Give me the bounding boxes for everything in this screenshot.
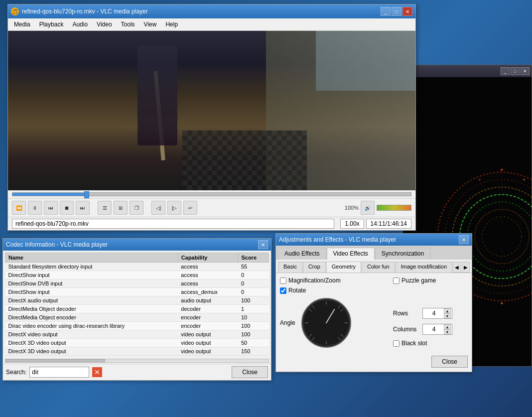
angle-dial[interactable] [301,298,351,348]
svg-line-33 [309,334,312,337]
mute-button[interactable]: 🔊 [361,201,375,215]
subtab-prev-arrow[interactable]: ◀ [453,262,461,273]
volume-bar[interactable] [377,205,411,211]
close-codec-button[interactable]: Close [232,366,268,378]
cell-capability: audio output [178,296,238,305]
bg-maximize-btn[interactable]: □ [511,67,520,75]
pause-button[interactable]: ⏸ [28,201,42,215]
close-effects-button[interactable]: Close [431,356,468,368]
subtab-color-fun[interactable]: Color fun [362,262,395,273]
columns-down-arrow[interactable]: ▼ [444,329,451,334]
rotate-label: Rotate [288,287,306,294]
svg-line-32 [309,309,312,311]
frame-prev-button[interactable]: ◁| [151,201,165,215]
menu-help[interactable]: Help [161,19,182,29]
rows-up-arrow[interactable]: ▲ [444,308,451,313]
subtab-basic[interactable]: Basic [278,262,302,273]
columns-value: 4 [424,326,444,333]
effects-subtabs: Basic Crop Geometry Color fun Image modi… [276,260,472,273]
cell-name: DirectX 3D video output [5,339,178,347]
menu-tools[interactable]: Tools [117,19,139,29]
puzzle-game-row: Puzzle game [393,277,468,284]
black-slot-row: Black slot [393,340,468,347]
svg-line-31 [312,305,314,308]
subtab-crop[interactable]: Crop [303,262,326,273]
svg-line-35 [326,309,334,323]
frame-next-button[interactable]: |▷ [167,201,181,215]
effects-close-btn[interactable]: ✕ [459,235,469,244]
columns-spinbox[interactable]: 4 ▲ ▼ [422,324,452,335]
rotate-checkbox[interactable] [280,287,286,294]
maximize-button[interactable]: □ [392,7,401,16]
effects-content-area: Magnification/Zoom Rotate Angle [276,273,472,354]
video-content [8,31,415,190]
minimize-button[interactable]: _ [381,7,391,16]
magnification-label: Magnification/Zoom [288,277,341,284]
table-row: DirectShow DVB inputaccess0 [5,279,269,288]
seek-bar[interactable] [12,192,411,196]
columns-up-arrow[interactable]: ▲ [444,324,451,329]
close-button[interactable]: ✕ [402,7,412,16]
cell-score: 150 [238,347,269,356]
cell-capability: access [178,271,238,279]
magnification-checkbox[interactable] [280,278,286,284]
prev-button[interactable]: ⏮ [44,201,58,215]
cell-capability: encoder [178,313,238,322]
window-titlebar: 🎵 refined-qos-blu720p-ro.mkv - VLC media… [8,4,415,18]
bg-minimize-btn[interactable]: _ [501,67,510,75]
black-slot-checkbox[interactable] [393,340,399,347]
cell-score: 55 [238,263,269,271]
menu-media[interactable]: Media [10,19,34,29]
cell-name: DirectX audio output [5,296,178,305]
cell-capability: video output [178,339,238,347]
subtab-next-arrow[interactable]: ▶ [462,262,470,273]
rows-down-arrow[interactable]: ▼ [444,313,451,318]
menu-video[interactable]: Video [93,19,116,29]
menu-view[interactable]: View [140,19,161,29]
effects-main-tabs: Audio Effects Video Effects Synchronizat… [276,246,472,260]
menu-audio[interactable]: Audio [68,19,92,29]
cell-score: 0 [238,271,269,279]
svg-point-10 [501,169,503,171]
search-input[interactable] [29,367,89,378]
bg-close-btn[interactable]: ✕ [521,67,530,75]
effects-title: Adjustments and Effects - VLC media play… [279,236,396,243]
stop-button[interactable]: ⏹ [60,201,74,215]
tab-video-effects[interactable]: Video Effects [327,248,375,260]
seek-progress [12,193,84,196]
codec-close-btn[interactable]: ✕ [258,240,268,249]
svg-point-14 [479,179,480,180]
tab-synchronization[interactable]: Synchronization [375,248,430,260]
table-row: DirectX 3D video outputvideo output50 [5,339,269,347]
menu-playback[interactable]: Playback [35,19,68,29]
seek-thumb[interactable] [84,191,89,198]
zoom-display: 1.00x [340,219,364,229]
extended-button[interactable]: ⊞ [114,201,128,215]
effects-panel: Adjustments and Effects - VLC media play… [275,233,472,372]
codec-scrollbar[interactable] [5,359,269,363]
next-button[interactable]: ⏭ [76,201,90,215]
cell-name: DirectX video output [5,330,178,339]
svg-line-34 [312,337,314,340]
subtab-image-modification[interactable]: Image modification [396,262,452,273]
cell-capability: video output [178,347,238,356]
loop-button[interactable]: ↩ [183,201,197,215]
puzzle-section: Puzzle game Rows 4 ▲ ▼ Columns [393,277,468,350]
playlist-button[interactable]: ☰ [98,201,112,215]
puzzle-game-label: Puzzle game [401,277,436,284]
filename-display: refined-qos-blu720p-ro.mkv [12,219,334,229]
rows-spinbox[interactable]: 4 ▲ ▼ [422,308,452,319]
codec-scroll-thumb[interactable] [5,359,105,362]
cell-capability: encoder [178,322,238,330]
puzzle-game-checkbox[interactable] [393,278,399,284]
col-score: Score [238,253,269,263]
window-title: refined-qos-blu720p-ro.mkv - VLC media p… [22,8,148,15]
rows-label: Rows [393,310,420,317]
effects-button[interactable]: ❐ [130,201,143,215]
cell-score: 10 [238,313,269,322]
rewind-button[interactable]: ⏪ [12,201,26,215]
tab-audio-effects[interactable]: Audio Effects [278,248,326,260]
angle-label: Angle [280,319,297,326]
subtab-geometry[interactable]: Geometry [326,262,361,273]
clear-search-button[interactable]: ✕ [92,367,102,377]
